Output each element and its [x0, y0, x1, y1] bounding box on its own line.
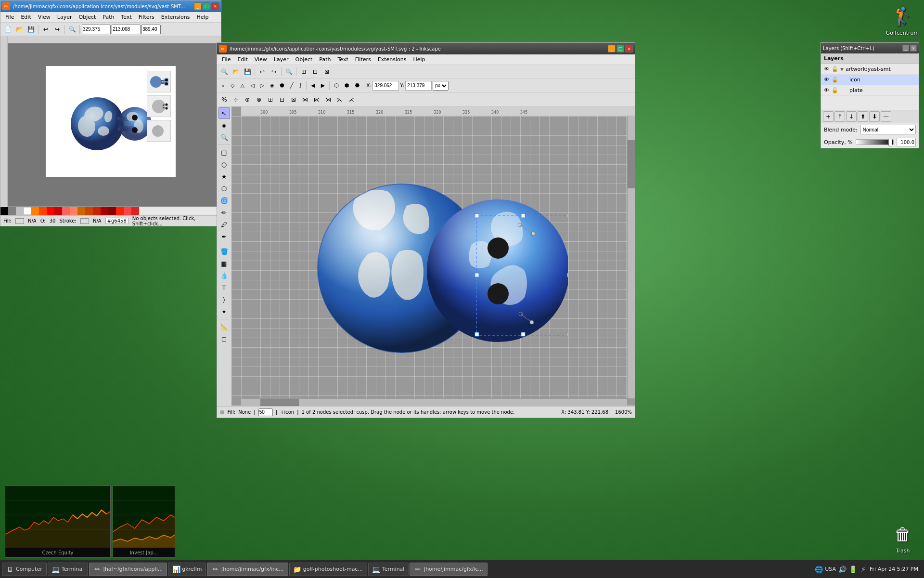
- node-btn-cusp[interactable]: ◁: [248, 80, 257, 92]
- small-tb-save[interactable]: 💾: [26, 24, 36, 35]
- main-tb-view1[interactable]: ⊞: [298, 66, 309, 77]
- layer-btn-add[interactable]: +: [823, 111, 834, 122]
- node-btn-endnode[interactable]: ◀: [308, 80, 317, 92]
- small-w-input[interactable]: [141, 25, 161, 34]
- node-btn-toggle[interactable]: △: [238, 80, 246, 92]
- node-btn-auto[interactable]: ⬟: [277, 80, 287, 92]
- tool-dropper[interactable]: 💧: [218, 270, 230, 281]
- tool-rect[interactable]: □: [218, 146, 230, 158]
- node-btn-sym[interactable]: ◈: [268, 80, 276, 92]
- small-maximize-btn[interactable]: □: [203, 2, 210, 10]
- palette-brown[interactable]: [85, 207, 93, 215]
- small-menu-filters[interactable]: Filters: [136, 13, 157, 21]
- palette-light-red[interactable]: [62, 207, 70, 215]
- small-menu-text[interactable]: Text: [118, 13, 135, 21]
- main-tb-undo[interactable]: ↩: [257, 66, 268, 77]
- main-menu-help[interactable]: Help: [410, 55, 428, 64]
- tool-connector[interactable]: ⟩: [218, 294, 230, 305]
- layer-btn-move-up[interactable]: ⬆: [858, 111, 868, 122]
- layer-btn-move-down[interactable]: ⬇: [869, 111, 880, 122]
- palette-red[interactable]: [47, 207, 54, 215]
- snap-btn-1[interactable]: %: [219, 94, 230, 105]
- small-menu-path[interactable]: Path: [100, 13, 117, 21]
- layers-panel-minimize[interactable]: _: [902, 45, 909, 52]
- layer-row-icon[interactable]: 👁 🔓 icon: [821, 75, 919, 85]
- snap-btn-11[interactable]: ⋋: [334, 94, 345, 105]
- tool-text[interactable]: T: [218, 282, 230, 293]
- desktop-icon-golfcentrum[interactable]: 🏌 Golfcentrum: [886, 5, 919, 36]
- snap-btn-8[interactable]: ⋈: [300, 94, 310, 105]
- coord-y-input[interactable]: [405, 81, 432, 91]
- node-btn-break[interactable]: ⬣: [352, 80, 362, 92]
- node-btn-line[interactable]: ╱: [288, 80, 296, 92]
- layer-lock-plate[interactable]: 🔓: [832, 87, 838, 94]
- small-menu-extensions[interactable]: Extensions: [158, 13, 193, 21]
- node-btn-remove[interactable]: ◇: [228, 80, 237, 92]
- tool-3d[interactable]: ⬡: [218, 183, 230, 194]
- main-menu-edit[interactable]: Edit: [234, 55, 250, 64]
- taskbar-terminal2[interactable]: 💻 Terminal: [368, 563, 409, 576]
- small-y-input[interactable]: [112, 25, 141, 34]
- palette-dark-maroon[interactable]: [108, 207, 116, 215]
- scrollbar-h-thumb[interactable]: [260, 399, 299, 406]
- snap-btn-12[interactable]: ⋌: [346, 94, 357, 105]
- snap-btn-5[interactable]: ⊞: [265, 94, 276, 105]
- main-menu-text[interactable]: Text: [335, 55, 351, 64]
- palette-gray[interactable]: [8, 207, 16, 215]
- taskbar-terminal[interactable]: 💻 Terminal: [48, 563, 89, 576]
- small-minimize-btn[interactable]: _: [194, 2, 202, 10]
- snap-btn-7[interactable]: ⊠: [288, 94, 299, 105]
- opacity-slider-thumb[interactable]: [888, 139, 892, 146]
- blend-mode-select[interactable]: Normal: [860, 125, 916, 134]
- main-scrollbar-vertical[interactable]: [627, 116, 635, 398]
- taskbar-computer[interactable]: 🖥 Computer: [2, 563, 47, 576]
- layer-lock-artwork[interactable]: 🔓: [832, 66, 838, 73]
- tool-spray[interactable]: ✦: [218, 306, 230, 317]
- tool-select[interactable]: ↖: [218, 107, 230, 119]
- small-hex-value[interactable]: #g6458: [105, 218, 128, 224]
- tool-ellipse[interactable]: ○: [218, 158, 230, 170]
- unit-select[interactable]: px: [433, 81, 449, 91]
- palette-tomato[interactable]: [116, 207, 124, 215]
- small-menu-layer[interactable]: Layer: [54, 13, 75, 21]
- tool-node[interactable]: ◈: [218, 119, 230, 131]
- palette-red-orange[interactable]: [39, 207, 47, 215]
- layer-btn-delete[interactable]: —: [881, 111, 891, 122]
- palette-dark-red[interactable]: [54, 207, 62, 215]
- power-icon[interactable]: ⚡: [859, 565, 868, 574]
- palette-maroon[interactable]: [101, 207, 108, 215]
- small-menu-file[interactable]: File: [2, 13, 17, 21]
- main-close-btn[interactable]: ×: [625, 45, 633, 53]
- layer-eye-artwork[interactable]: 👁: [823, 66, 830, 73]
- palette-light-tomato[interactable]: [124, 207, 131, 215]
- palette-orange[interactable]: [31, 207, 39, 215]
- node-btn-join[interactable]: ⬢: [342, 80, 352, 92]
- tool-measure[interactable]: 📐: [218, 321, 230, 332]
- layer-btn-down-layer[interactable]: ↓: [846, 111, 857, 122]
- main-tb-redo[interactable]: ↪: [269, 66, 279, 77]
- palette-brown-orange[interactable]: [77, 207, 85, 215]
- main-menu-object[interactable]: Object: [293, 55, 316, 64]
- small-menu-object[interactable]: Object: [76, 13, 99, 21]
- battery-icon[interactable]: 🔋: [848, 565, 857, 574]
- main-menu-path[interactable]: Path: [316, 55, 334, 64]
- palette-dark-brown[interactable]: [93, 207, 101, 215]
- tool-star[interactable]: ★: [218, 171, 230, 182]
- small-tb-open[interactable]: 📂: [14, 24, 25, 35]
- main-menu-filters[interactable]: Filters: [352, 55, 374, 64]
- main-menu-layer[interactable]: Layer: [271, 55, 292, 64]
- layer-row-plate[interactable]: 👁 🔓 plate: [821, 85, 919, 96]
- layer-row-artwork[interactable]: 👁 🔓 ▼ artwork:yast-smt: [821, 64, 919, 75]
- palette-black[interactable]: [0, 207, 8, 215]
- tool-bucket[interactable]: 🪣: [218, 246, 230, 257]
- small-menu-edit[interactable]: Edit: [18, 13, 34, 21]
- taskbar-gkrellm[interactable]: 📊 gkrellm: [168, 563, 206, 576]
- tool-gradient[interactable]: ▦: [218, 258, 230, 269]
- trash-desktop-icon[interactable]: 🗑 Trash: [891, 523, 914, 554]
- snap-btn-10[interactable]: ⋊: [323, 94, 334, 105]
- snap-btn-6[interactable]: ⊟: [277, 94, 287, 105]
- layer-btn-up-layer[interactable]: ↑: [834, 111, 845, 122]
- tool-eraser[interactable]: ◻: [218, 333, 230, 344]
- main-minimize-btn[interactable]: _: [608, 45, 616, 53]
- node-btn-curve[interactable]: ∫: [297, 80, 305, 92]
